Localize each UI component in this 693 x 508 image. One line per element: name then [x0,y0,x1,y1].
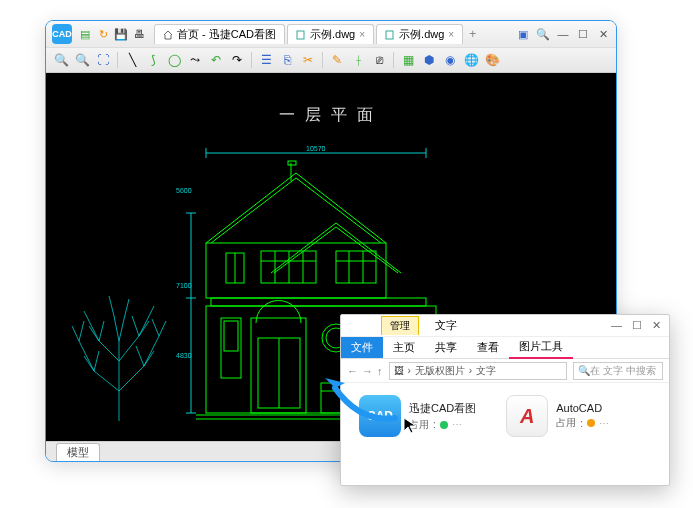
search-placeholder: 在 文字 中搜索 [590,364,656,378]
arc-tool-icon[interactable]: ⟆ [144,51,162,69]
palette-tool-icon[interactable]: 🎨 [483,51,501,69]
close-icon[interactable]: ✕ [652,319,661,332]
delete-tool-icon[interactable]: ✂ [299,51,317,69]
svg-rect-1 [386,31,393,39]
file-name: AutoCAD [556,402,609,414]
manage-tab[interactable]: 管理 [381,316,419,335]
tree-left [64,271,174,421]
file-usage: 占用: ⋯ [409,418,476,432]
svg-rect-0 [297,31,304,39]
nav-fwd-icon[interactable]: → [362,365,373,377]
tab-home[interactable]: 首页 - 迅捷CAD看图 [154,24,285,44]
tab-close-icon[interactable]: × [448,29,454,40]
breadcrumb-seg[interactable]: 文字 [476,364,496,378]
model-tab[interactable]: 模型 [56,443,100,461]
undo-tool-icon[interactable]: ↶ [207,51,225,69]
layer-tool-icon[interactable]: ☰ [257,51,275,69]
explorer-titlebar: 管理 文字 — ☐ ✕ [341,315,669,337]
maximize-icon[interactable]: ☐ [632,319,642,332]
minimize-icon[interactable]: — [611,319,622,332]
nav-back-icon[interactable]: ← [347,365,358,377]
separator [322,52,323,68]
ribbon-picture-tools[interactable]: 图片工具 [509,336,573,359]
circle-tool-icon[interactable]: ◯ [165,51,183,69]
folder-icon: 🖼 [394,365,404,376]
svg-text:10570: 10570 [306,145,326,152]
explorer-window-controls: — ☐ ✕ [611,319,669,332]
autocad-app-icon [506,395,548,437]
measure-tool-icon[interactable]: ⟊ [349,51,367,69]
render-tool-icon[interactable]: ◉ [441,51,459,69]
usage-dot-icon [587,419,595,427]
ribbon-file[interactable]: 文件 [341,337,383,358]
file-item-autocad[interactable]: AutoCAD 占用: ⋯ [506,395,609,437]
dwg-file-icon [296,30,306,40]
copy-tool-icon[interactable]: ⎘ [278,51,296,69]
tab-file-2[interactable]: 示例.dwg × [376,24,463,44]
save-icon[interactable]: 💾 [114,27,128,41]
ribbon-home[interactable]: 主页 [383,337,425,358]
line-tool-icon[interactable]: ╲ [123,51,141,69]
separator [251,52,252,68]
tab-label: 示例.dwg [399,27,444,42]
block-tool-icon[interactable]: ▦ [399,51,417,69]
svg-rect-17 [211,298,426,306]
screenshot-icon[interactable]: ▣ [516,27,530,41]
breadcrumb-seg[interactable]: 无版权图片 [415,364,465,378]
tab-label: 首页 - 迅捷CAD看图 [177,27,276,42]
breadcrumb-path[interactable]: 🖼 › 无版权图片 › 文字 [389,362,568,380]
cad-viewer-app-icon: CAD [359,395,401,437]
ribbon-view[interactable]: 查看 [467,337,509,358]
search-icon[interactable]: 🔍 [536,27,550,41]
file-item-cad-viewer[interactable]: CAD 迅捷CAD看图 占用: ⋯ [359,395,476,437]
svg-rect-25 [336,251,376,283]
usage-dot-icon [440,421,448,429]
window-controls: ▣ 🔍 — ☐ ✕ [516,27,610,41]
separator [117,52,118,68]
zoom-in-icon[interactable]: 🔍 [52,51,70,69]
explorer-address-bar: ← → ↑ 🖼 › 无版权图片 › 文字 🔍 在 文字 中搜索 [341,359,669,383]
title-text: 文字 [427,316,465,335]
file-usage: 占用: ⋯ [556,416,609,430]
tab-add-icon[interactable]: + [469,27,476,41]
search-icon: 🔍 [578,365,590,376]
redo-tool-icon[interactable]: ↷ [228,51,246,69]
drawing-title: 一层平面 [279,105,383,126]
minimize-icon[interactable]: — [556,27,570,41]
svg-rect-15 [288,161,296,165]
new-file-icon[interactable]: ▤ [78,27,92,41]
zoom-out-icon[interactable]: 🔍 [73,51,91,69]
tab-file-1[interactable]: 示例.dwg × [287,24,374,44]
ribbon-share[interactable]: 共享 [425,337,467,358]
svg-text:7100: 7100 [176,282,192,289]
file-name: 迅捷CAD看图 [409,401,476,416]
home-icon [163,30,173,40]
more-icon: ⋯ [599,418,609,429]
edit-tool-icon[interactable]: ✎ [328,51,346,69]
titlebar: CAD ▤ ↻ 💾 🖶 首页 - 迅捷CAD看图 示例.dwg × 示例.dwg… [46,21,616,47]
nav-buttons: ← → ↑ [347,365,383,377]
zoom-extents-icon[interactable]: ⛶ [94,51,112,69]
explorer-ribbon: 文件 主页 共享 查看 图片工具 [341,337,669,359]
close-icon[interactable]: ✕ [596,27,610,41]
explorer-body: CAD 迅捷CAD看图 占用: ⋯ AutoCAD 占用: ⋯ [341,383,669,449]
print-icon[interactable]: 🖶 [132,27,146,41]
svg-rect-31 [224,321,238,351]
polyline-tool-icon[interactable]: ⤳ [186,51,204,69]
dwg-file-icon [385,30,395,40]
settings-tool-icon[interactable]: 🌐 [462,51,480,69]
refresh-icon[interactable]: ↻ [96,27,110,41]
more-icon: ⋯ [452,419,462,430]
maximize-icon[interactable]: ☐ [576,27,590,41]
app-logo-icon[interactable]: CAD [52,24,72,44]
quick-access-toolbar: ▤ ↻ 💾 🖶 [78,27,146,41]
3d-tool-icon[interactable]: ⬢ [420,51,438,69]
separator [393,52,394,68]
text-tool-icon[interactable]: ⎚ [370,51,388,69]
tab-close-icon[interactable]: × [359,29,365,40]
file-explorer-window: 管理 文字 — ☐ ✕ 文件 主页 共享 查看 图片工具 ← → ↑ 🖼 › 无… [340,314,670,486]
explorer-search[interactable]: 🔍 在 文字 中搜索 [573,362,663,380]
tab-label: 示例.dwg [310,27,355,42]
svg-text:5600: 5600 [176,187,192,194]
nav-up-icon[interactable]: ↑ [377,365,383,377]
